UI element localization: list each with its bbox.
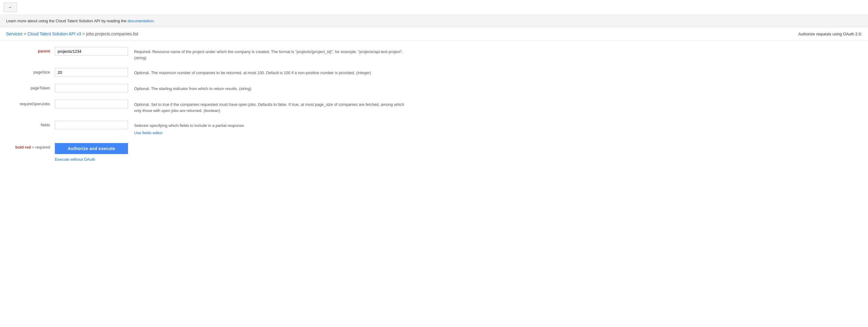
info-text-before: Learn more about using the Cloud Talent … — [6, 19, 128, 23]
authorize-execute-button[interactable]: Authorize and execute — [55, 143, 128, 154]
input-pagetoken-wrapper — [55, 84, 128, 92]
info-bar: Learn more about using the Cloud Talent … — [0, 15, 868, 27]
back-icon: ← — [8, 5, 12, 10]
action-area: Authorize and execute Execute without OA… — [55, 143, 128, 162]
label-requireopenjobs: requireOpenJobs — [6, 100, 55, 106]
input-requireopenjobs-wrapper — [55, 100, 128, 108]
input-pagetoken[interactable] — [55, 84, 128, 92]
top-bar: ← — [0, 0, 868, 15]
field-row-fields: fields Selector specifying which fields … — [6, 121, 862, 136]
desc-pagetoken: Optional. The starting indicator from wh… — [134, 84, 251, 92]
field-row-parent: parent Required. Resource name of the pr… — [6, 47, 862, 61]
input-requireopenjobs[interactable] — [55, 100, 128, 108]
label-fields: fields — [6, 121, 55, 127]
input-pagesize-wrapper — [55, 68, 128, 77]
oauth-label: Authorize requests using OAuth 2.0: — [798, 32, 862, 36]
input-pagesize[interactable] — [55, 68, 128, 77]
actions-row: bold red = required Authorize and execut… — [6, 143, 862, 162]
use-fields-editor-link[interactable]: Use fields editor — [134, 130, 245, 136]
documentation-link[interactable]: documentation — [128, 19, 154, 23]
desc-fields: Selector specifying which fields to incl… — [134, 121, 245, 136]
desc-parent: Required. Resource name of the project u… — [134, 47, 408, 61]
label-parent: parent — [6, 47, 55, 53]
desc-pagesize: Optional. The maximum number of companie… — [134, 68, 371, 76]
info-text-after: . — [154, 19, 155, 23]
breadcrumb: Services > Cloud Talent Solution API v3 … — [6, 31, 138, 36]
field-row-requireopenjobs: requireOpenJobs Optional. Set to true if… — [6, 100, 862, 114]
label-pagetoken: pageToken — [6, 84, 55, 90]
input-parent[interactable] — [55, 47, 128, 56]
breadcrumb-sep1: > — [24, 31, 26, 36]
label-pagesize: pageSize — [6, 68, 55, 75]
input-fields-wrapper — [55, 121, 128, 129]
legend-bold-red: bold red — [15, 145, 31, 149]
legend-label: bold red = required — [6, 143, 55, 149]
back-button[interactable]: ← — [4, 2, 17, 12]
form-container: parent Required. Resource name of the pr… — [0, 41, 868, 175]
execute-without-oauth-link[interactable]: Execute without OAuth — [55, 157, 128, 162]
legend-equals: = required — [31, 145, 50, 149]
breadcrumb-method: jobs.projects.companies.list — [86, 31, 138, 36]
input-parent-wrapper — [55, 47, 128, 56]
desc-requireopenjobs: Optional. Set to true if the companies r… — [134, 100, 408, 114]
breadcrumb-services[interactable]: Services — [6, 31, 23, 36]
field-row-pagetoken: pageToken Optional. The starting indicat… — [6, 84, 862, 92]
field-row-pagesize: pageSize Optional. The maximum number of… — [6, 68, 862, 77]
input-fields[interactable] — [55, 121, 128, 129]
breadcrumb-row: Services > Cloud Talent Solution API v3 … — [0, 27, 868, 41]
breadcrumb-api[interactable]: Cloud Talent Solution API v3 — [27, 31, 81, 36]
breadcrumb-sep2: > — [82, 31, 85, 36]
desc-fields-text: Selector specifying which fields to incl… — [134, 123, 245, 128]
